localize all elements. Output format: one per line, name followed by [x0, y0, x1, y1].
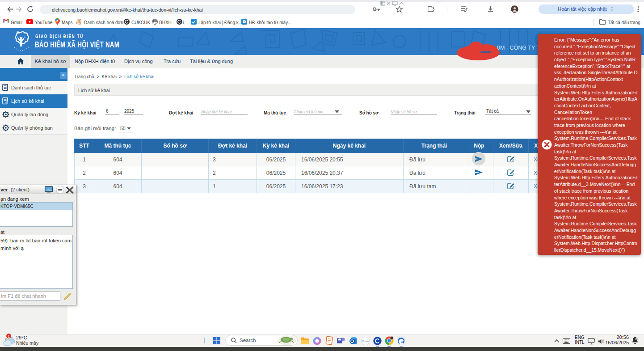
svg-text:1: 1 — [8, 334, 10, 338]
svg-text:Zoom: Zoom — [362, 340, 368, 343]
svg-text:Z: Z — [636, 338, 637, 340]
